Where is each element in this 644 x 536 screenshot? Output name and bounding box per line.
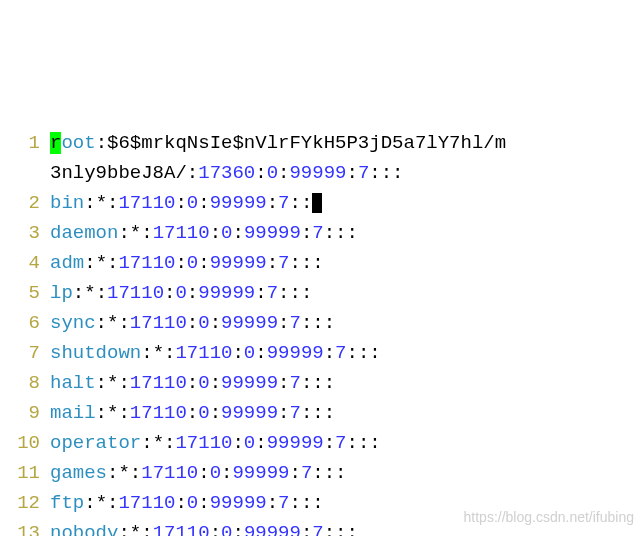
sep: : <box>198 192 209 214</box>
line-content[interactable]: lp:*:17110:0:99999:7::: <box>50 278 640 308</box>
sep: : <box>107 252 118 274</box>
username: lp <box>50 282 73 304</box>
password-hash-cont: 3nly9bbeJ8A/ <box>50 162 187 184</box>
sep: : <box>232 522 243 536</box>
line-number: 5 <box>4 278 40 308</box>
line-content[interactable]: bin:*:17110:0:99999:7:: <box>50 188 640 218</box>
lastchg: 17110 <box>118 492 175 514</box>
sep: : <box>267 252 278 274</box>
username: mail <box>50 402 96 424</box>
line-3[interactable]: 3daemon:*:17110:0:99999:7::: <box>4 218 640 248</box>
sep: : <box>118 222 129 244</box>
sep: : <box>198 252 209 274</box>
sep: : <box>164 432 175 454</box>
tail: ::: <box>290 492 324 514</box>
tail: ::: <box>301 402 335 424</box>
tail: ::: <box>290 252 324 274</box>
lastchg: 17360 <box>198 162 255 184</box>
line-1[interactable]: 1root:$6$mrkqNsIe$nVlrFYkH5P3jD5a7lY7hl/… <box>4 128 640 158</box>
sep: : <box>175 192 186 214</box>
line-content[interactable]: mail:*:17110:0:99999:7::: <box>50 398 640 428</box>
line-content[interactable]: root:$6$mrkqNsIe$nVlrFYkH5P3jD5a7lY7hl/m <box>50 128 640 158</box>
line-6[interactable]: 6sync:*:17110:0:99999:7::: <box>4 308 640 338</box>
line-content-wrap[interactable]: 3nly9bbeJ8A/:17360:0:99999:7::: <box>50 158 640 188</box>
password-asterisk: * <box>130 222 141 244</box>
sep: : <box>164 342 175 364</box>
sep: : <box>210 372 221 394</box>
username: daemon <box>50 222 118 244</box>
line-number: 6 <box>4 308 40 338</box>
min: 0 <box>267 162 278 184</box>
cursor-highlight: r <box>50 132 61 154</box>
shadow-file-editor[interactable]: 1root:$6$mrkqNsIe$nVlrFYkH5P3jD5a7lY7hl/… <box>4 128 640 536</box>
lastchg: 17110 <box>130 402 187 424</box>
lastchg: 17110 <box>118 192 175 214</box>
line-content[interactable]: operator:*:17110:0:99999:7::: <box>50 428 640 458</box>
username: oot <box>61 132 95 154</box>
sep: : <box>210 312 221 334</box>
warn: 7 <box>289 312 300 334</box>
lastchg: 17110 <box>153 222 210 244</box>
line-number: 8 <box>4 368 40 398</box>
line-1-wrap[interactable]: 3nly9bbeJ8A/:17360:0:99999:7::: <box>4 158 640 188</box>
line-content[interactable]: shutdown:*:17110:0:99999:7::: <box>50 338 640 368</box>
tail: :: <box>290 192 313 214</box>
min: 0 <box>187 192 198 214</box>
line-5[interactable]: 5lp:*:17110:0:99999:7::: <box>4 278 640 308</box>
warn: 7 <box>312 522 323 536</box>
sep: : <box>198 462 209 484</box>
warn: 7 <box>289 402 300 424</box>
line-number: 12 <box>4 488 40 518</box>
line-content[interactable]: daemon:*:17110:0:99999:7::: <box>50 218 640 248</box>
min: 0 <box>244 432 255 454</box>
sep: : <box>107 192 118 214</box>
password-asterisk: * <box>96 492 107 514</box>
username: games <box>50 462 107 484</box>
line-10[interactable]: 10operator:*:17110:0:99999:7::: <box>4 428 640 458</box>
username: operator <box>50 432 141 454</box>
min: 0 <box>198 372 209 394</box>
line-number: 11 <box>4 458 40 488</box>
max: 99999 <box>267 342 324 364</box>
line-content[interactable]: sync:*:17110:0:99999:7::: <box>50 308 640 338</box>
line-11[interactable]: 11games:*:17110:0:99999:7::: <box>4 458 640 488</box>
line-4[interactable]: 4adm:*:17110:0:99999:7::: <box>4 248 640 278</box>
max: 99999 <box>232 462 289 484</box>
line-content[interactable]: halt:*:17110:0:99999:7::: <box>50 368 640 398</box>
sep: : <box>84 252 95 274</box>
tail: ::: <box>324 522 358 536</box>
line-9[interactable]: 9mail:*:17110:0:99999:7::: <box>4 398 640 428</box>
password-asterisk: * <box>118 462 129 484</box>
password-asterisk: * <box>107 402 118 424</box>
line-8[interactable]: 8halt:*:17110:0:99999:7::: <box>4 368 640 398</box>
sep: : <box>141 432 152 454</box>
sep: : <box>118 402 129 424</box>
sep: : <box>118 372 129 394</box>
line-7[interactable]: 7shutdown:*:17110:0:99999:7::: <box>4 338 640 368</box>
max: 99999 <box>289 162 346 184</box>
sep: : <box>324 432 335 454</box>
max: 99999 <box>244 522 301 536</box>
max: 99999 <box>210 252 267 274</box>
password-asterisk: * <box>130 522 141 536</box>
sep: : <box>187 372 198 394</box>
sep: : <box>198 492 209 514</box>
line-2[interactable]: 2bin:*:17110:0:99999:7:: <box>4 188 640 218</box>
username: ftp <box>50 492 84 514</box>
sep: : <box>141 522 152 536</box>
password-asterisk: * <box>107 312 118 334</box>
line-content[interactable]: adm:*:17110:0:99999:7::: <box>50 248 640 278</box>
max: 99999 <box>221 402 278 424</box>
line-number: 9 <box>4 398 40 428</box>
sep: : <box>175 252 186 274</box>
line-content[interactable]: games:*:17110:0:99999:7::: <box>50 458 640 488</box>
sep: : <box>118 312 129 334</box>
sep: : <box>107 492 118 514</box>
password-asterisk: * <box>153 342 164 364</box>
warn: 7 <box>278 252 289 274</box>
line-number: 2 <box>4 188 40 218</box>
password-asterisk: * <box>153 432 164 454</box>
sep: : <box>130 462 141 484</box>
sep: : <box>324 342 335 364</box>
sep: : <box>255 162 266 184</box>
